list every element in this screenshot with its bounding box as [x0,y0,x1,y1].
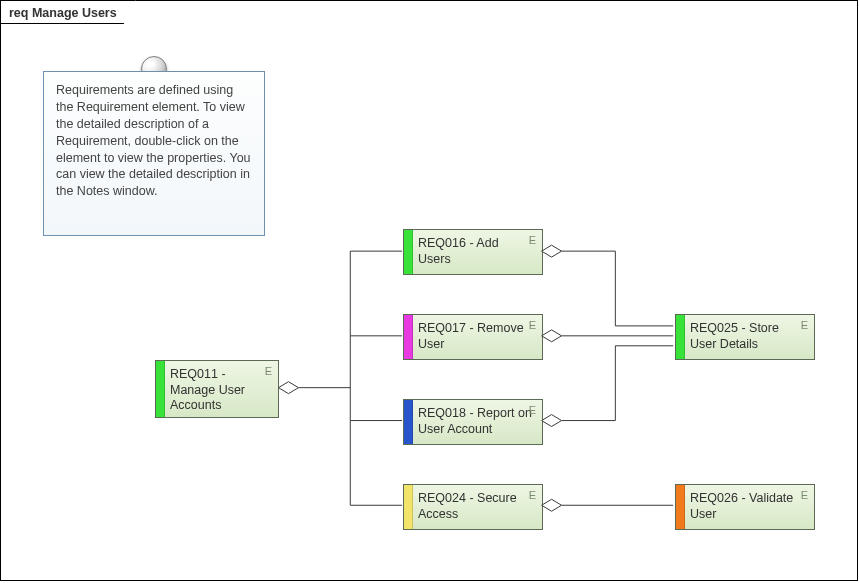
diagram-note[interactable]: Requirements are defined using the Requi… [43,71,265,236]
requirement-label: REQ025 - Store User Details [690,321,806,352]
requirement-accent-bar [404,315,413,359]
requirement-accent-bar [404,485,413,529]
requirement-label: REQ016 - Add Users [418,236,534,267]
requirement-label: REQ018 - Report on User Account [418,406,534,437]
element-e-mark-icon: E [529,234,536,246]
svg-marker-4 [542,499,562,511]
requirement-accent-bar [676,315,685,359]
requirement-req016[interactable]: E REQ016 - Add Users [403,229,543,275]
element-e-mark-icon: E [801,489,808,501]
diagram-frame: req Manage Users Requirements are define… [0,0,858,581]
requirement-req025[interactable]: E REQ025 - Store User Details [675,314,815,360]
connector-req018-req025 [542,346,674,427]
connector-req024-req026 [542,499,674,511]
connector-req011-children [279,251,403,505]
svg-marker-1 [542,245,562,257]
requirement-req017[interactable]: E REQ017 - Remove User [403,314,543,360]
connector-req016-req025 [542,245,674,326]
requirement-label: REQ011 - Manage User Accounts [170,367,270,414]
requirement-accent-bar [676,485,685,529]
requirement-label: REQ024 - Secure Access [418,491,534,522]
svg-marker-0 [279,382,299,394]
diagram-title-tab: req Manage Users [0,0,136,24]
svg-marker-2 [542,330,562,342]
requirement-req011[interactable]: E REQ011 - Manage User Accounts [155,360,279,418]
connector-req017-req025 [542,330,674,342]
element-e-mark-icon: E [801,319,808,331]
requirement-req024[interactable]: E REQ024 - Secure Access [403,484,543,530]
diagram-note-text: Requirements are defined using the Requi… [56,83,251,198]
requirement-req026[interactable]: E REQ026 - Validate User [675,484,815,530]
element-e-mark-icon: E [529,489,536,501]
element-e-mark-icon: E [529,404,536,416]
element-e-mark-icon: E [265,365,272,377]
requirement-req018[interactable]: E REQ018 - Report on User Account [403,399,543,445]
requirement-accent-bar [404,400,413,444]
requirement-label: REQ017 - Remove User [418,321,534,352]
requirement-accent-bar [404,230,413,274]
element-e-mark-icon: E [529,319,536,331]
requirement-label: REQ026 - Validate User [690,491,806,522]
svg-marker-3 [542,415,562,427]
requirement-accent-bar [156,361,165,417]
diagram-title-text: req Manage Users [9,6,117,20]
